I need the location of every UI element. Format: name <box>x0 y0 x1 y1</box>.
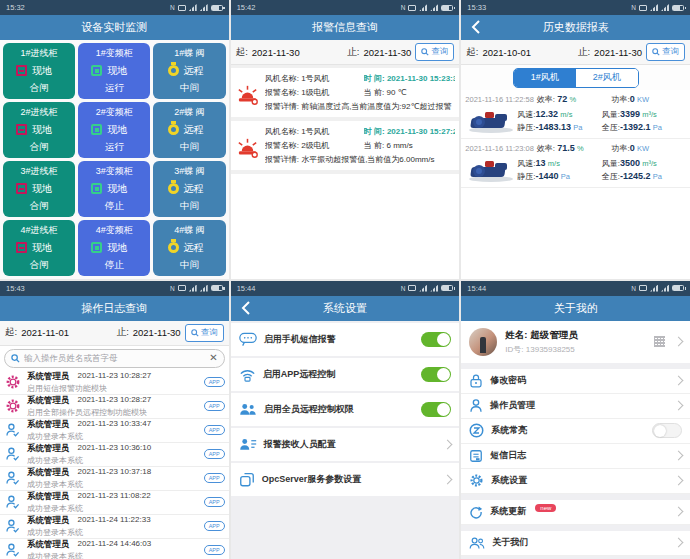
date-from-value[interactable]: 2021-10-01 <box>482 47 531 58</box>
log-user: 系统管理员 <box>27 491 70 503</box>
qr-code-icon[interactable] <box>654 336 665 347</box>
date-to-value[interactable]: 2021-11-30 <box>133 327 181 338</box>
query-button[interactable]: 查询 <box>646 43 685 61</box>
page-title: 操作日志查询 <box>81 301 147 316</box>
toggle-screen-always-on[interactable] <box>652 423 682 438</box>
log-action: 成功登录本系统 <box>27 503 199 514</box>
profile-name-value: 超级管理员 <box>530 329 578 340</box>
signal-icon <box>650 4 658 11</box>
device-tile-valve-3[interactable]: 3#蝶 阀远程中间 <box>153 161 225 217</box>
power-label: 功率: <box>611 144 629 153</box>
alarm-name-value: 1级电机 <box>301 88 329 97</box>
about-list: 姓名: 超级管理员 ID号: 13935938255 修改密码 操作员管理 系统… <box>461 321 690 559</box>
alarm-item[interactable]: 风机名称: 1号风机时 间: 2021-11-30 15:23:36 报警名称:… <box>231 65 460 121</box>
setting-alarm-receivers[interactable]: 报警接收人员配置 <box>231 428 460 461</box>
history-record[interactable]: 2021-11-16 11:22:58效率: 72 %功率:0 KW 风速:12… <box>461 90 690 139</box>
tab-fan-1[interactable]: 1#风机 <box>514 69 576 87</box>
device-tile-vfd-4[interactable]: 4#变频柜现地停止 <box>78 220 150 276</box>
toggle-app-remote[interactable] <box>421 367 451 382</box>
network-type-indicator: N <box>170 4 175 11</box>
device-tile-valve-4[interactable]: 4#蝶 阀远程中间 <box>153 220 225 276</box>
history-record[interactable]: 2021-11-16 11:23:08效率: 71.5 %功率:0 KW 风速:… <box>461 139 690 188</box>
menu-operator-management[interactable]: 操作员管理 <box>461 394 690 419</box>
device-name: 3#蝶 阀 <box>156 165 222 178</box>
menu-screen-always-on[interactable]: 系统常亮 <box>461 419 690 444</box>
device-tile-incoming-3[interactable]: 3#进线柜现地合闸 <box>3 161 75 217</box>
device-tile-valve-1[interactable]: 1#蝶 阀远程中间 <box>153 43 225 99</box>
setting-app-remote[interactable]: 启用APP远程控制 <box>231 358 460 391</box>
totalpressure-label: 全压: <box>602 172 620 181</box>
device-tile-incoming-4[interactable]: 4#进线柜现地合闸 <box>3 220 75 276</box>
log-entry[interactable]: 系统管理员2021-11-23 11:08:22成功登录本系统APP <box>0 491 229 515</box>
page-title: 系统设置 <box>323 301 367 316</box>
operator-search-input[interactable] <box>24 353 205 363</box>
status-time: 15:44 <box>237 284 256 293</box>
setting-sms-alarm[interactable]: 启用手机短信报警 <box>231 323 460 356</box>
log-entry[interactable]: 系统管理员2021-11-23 10:36:10成功登录本系统APP <box>0 443 229 467</box>
log-entry[interactable]: 系统管理员2021-11-23 10:33:47成功登录本系统APP <box>0 419 229 443</box>
date-from-value[interactable]: 2021-11-01 <box>21 327 69 338</box>
query-button[interactable]: 查询 <box>185 324 224 342</box>
search-icon <box>652 48 660 56</box>
operator-search-box: ✕ <box>4 349 225 368</box>
windspeed-value: 12.32 <box>536 109 559 119</box>
device-tile-incoming-1[interactable]: 1#进线柜现地合闸 <box>3 43 75 99</box>
log-entry[interactable]: 系统管理员2021-11-24 11:22:33成功登录本系统APP <box>0 515 229 539</box>
log-entry[interactable]: 系统管理员2021-11-24 14:46:03成功登录本系统APP <box>0 539 229 559</box>
log-action: 成功登录本系统 <box>27 479 199 490</box>
menu-system-settings[interactable]: 系统设置 <box>461 469 690 494</box>
device-tile-vfd-3[interactable]: 3#变频柜现地停止 <box>78 161 150 217</box>
device-name: 4#进线柜 <box>6 224 72 237</box>
fan-tabs-row: 1#风机 2#风机 <box>461 65 690 90</box>
remote-wifi-icon <box>239 367 256 382</box>
setting-opcserver-params[interactable]: OpcServer服务参数设置 <box>231 463 460 496</box>
alarm-item[interactable]: 风机名称: 1号风机时 间: 2021-11-30 15:27:26 报警名称:… <box>231 121 460 174</box>
battery-icon <box>672 5 684 11</box>
menu-change-password[interactable]: 修改密码 <box>461 369 690 394</box>
clear-icon[interactable]: ✕ <box>209 353 217 363</box>
status-icons: N <box>170 4 223 11</box>
device-mode: 现地 <box>32 182 52 196</box>
battery-icon <box>211 285 223 291</box>
totalpressure-unit: Pa <box>653 123 662 132</box>
status-bar: 15:32 N <box>0 0 229 15</box>
current-label: 当 前: <box>364 141 384 150</box>
users-icon <box>239 402 257 416</box>
log-entry[interactable]: 系统管理员2021-11-23 10:37:18成功登录本系统APP <box>0 467 229 491</box>
device-tile-incoming-2[interactable]: 2#进线柜现地合闸 <box>3 102 75 158</box>
query-button[interactable]: 查询 <box>415 43 454 61</box>
log-entry[interactable]: 系统管理员2021-11-23 10:28:27启用短信报警功能模块APP <box>0 371 229 395</box>
menu-system-update[interactable]: 系统更新 new <box>461 500 690 525</box>
date-from-value[interactable]: 2021-11-30 <box>252 47 300 58</box>
airflow-unit: m³/s <box>642 110 657 119</box>
menu-about-us[interactable]: 关于我们 <box>461 531 690 556</box>
back-icon[interactable] <box>469 20 483 34</box>
device-mode: 现地 <box>32 241 52 255</box>
tab-fan-2[interactable]: 2#风机 <box>576 69 638 87</box>
history-record-list: 2021-11-16 11:22:58效率: 72 %功率:0 KW 风速:12… <box>461 90 690 188</box>
windspeed-label: 风速: <box>517 110 535 119</box>
profile-card[interactable]: 姓名: 超级管理员 ID号: 13935938255 <box>461 321 690 363</box>
windspeed-label: 风速: <box>517 159 535 168</box>
date-to-value[interactable]: 2021-11-30 <box>363 47 411 58</box>
device-tile-vfd-2[interactable]: 2#变频柜现地运行 <box>78 102 150 158</box>
device-tile-grid: 1#进线柜现地合闸 1#变频柜现地运行 1#蝶 阀远程中间 2#进线柜现地合闸 … <box>0 40 229 279</box>
battery-icon <box>672 285 684 291</box>
device-state: 中间 <box>156 82 222 95</box>
device-tile-valve-2[interactable]: 2#蝶 阀远程中间 <box>153 102 225 158</box>
app-source-badge: APP <box>204 377 225 387</box>
date-to-value[interactable]: 2021-11-30 <box>594 47 642 58</box>
toggle-sms-alarm[interactable] <box>421 332 451 347</box>
menu-label: 操作员管理 <box>490 399 668 412</box>
back-icon[interactable] <box>239 301 253 315</box>
chevron-right-icon <box>674 337 684 347</box>
menu-sms-log[interactable]: 短信日志 <box>461 444 690 469</box>
menu-label: 关于我们 <box>492 536 668 549</box>
device-tile-vfd-1[interactable]: 1#变频柜现地运行 <box>78 43 150 99</box>
efficiency-unit: % <box>570 95 577 104</box>
power-unit: KW <box>637 95 649 104</box>
log-entry[interactable]: 系统管理员2021-11-23 10:28:27启用全部操作员远程控制功能模块A… <box>0 395 229 419</box>
setting-all-users-remote[interactable]: 启用全员远程控制权限 <box>231 393 460 426</box>
avatar <box>469 328 497 356</box>
toggle-all-users-remote[interactable] <box>421 402 451 417</box>
